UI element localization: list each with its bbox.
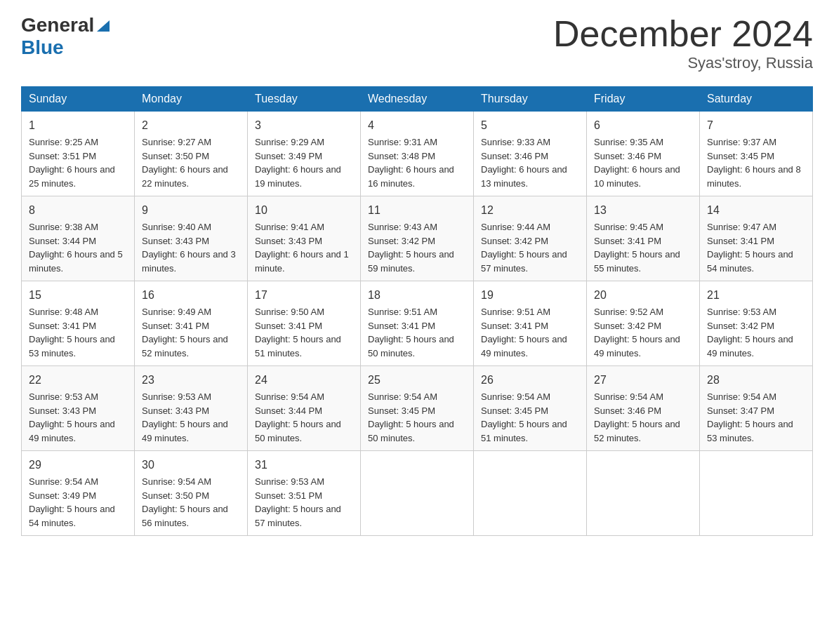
sunrise: Sunrise: 9:51 AM [368, 307, 437, 317]
day-number: 22 [29, 372, 127, 389]
sunrise: Sunrise: 9:52 AM [594, 307, 663, 317]
day-cell-19: 19Sunrise: 9:51 AMSunset: 3:41 PMDayligh… [474, 281, 587, 366]
day-number: 27 [594, 372, 692, 389]
sunrise: Sunrise: 9:54 AM [29, 476, 98, 487]
logo-blue-text: Blue [21, 36, 64, 58]
sunset: Sunset: 3:41 PM [142, 321, 209, 331]
day-cell-2: 2Sunrise: 9:27 AMSunset: 3:50 PMDaylight… [135, 112, 248, 196]
day-cell-21: 21Sunrise: 9:53 AMSunset: 3:42 PMDayligh… [700, 281, 813, 366]
day-number: 6 [594, 117, 692, 134]
sunset: Sunset: 3:45 PM [368, 405, 435, 416]
sunrise: Sunrise: 9:53 AM [255, 476, 324, 487]
week-row-3: 15Sunrise: 9:48 AMSunset: 3:41 PMDayligh… [22, 281, 813, 366]
day-cell-31: 31Sunrise: 9:53 AMSunset: 3:51 PMDayligh… [248, 451, 361, 536]
daylight: Daylight: 5 hours and 50 minutes. [255, 419, 341, 443]
daylight: Daylight: 6 hours and 1 minute. [255, 249, 349, 274]
day-number: 11 [368, 202, 466, 219]
daylight: Daylight: 5 hours and 51 minutes. [481, 419, 567, 443]
sunrise: Sunrise: 9:37 AM [707, 137, 776, 147]
daylight: Daylight: 5 hours and 57 minutes. [481, 249, 567, 274]
day-number: 18 [368, 287, 466, 304]
weekday-header-saturday: Saturday [700, 87, 813, 112]
svg-marker-0 [97, 20, 110, 32]
weekday-header-thursday: Thursday [474, 87, 587, 112]
day-cell-16: 16Sunrise: 9:49 AMSunset: 3:41 PMDayligh… [135, 281, 248, 366]
day-number: 23 [142, 372, 240, 389]
day-cell-10: 10Sunrise: 9:41 AMSunset: 3:43 PMDayligh… [248, 196, 361, 281]
sunset: Sunset: 3:43 PM [29, 405, 96, 416]
day-cell-25: 25Sunrise: 9:54 AMSunset: 3:45 PMDayligh… [361, 366, 474, 451]
day-number: 25 [368, 372, 466, 389]
sunset: Sunset: 3:47 PM [707, 405, 774, 416]
sunset: Sunset: 3:46 PM [594, 151, 661, 161]
daylight: Daylight: 5 hours and 53 minutes. [29, 334, 115, 358]
sunset: Sunset: 3:41 PM [707, 236, 774, 246]
sunset: Sunset: 3:50 PM [142, 490, 209, 501]
sunset: Sunset: 3:41 PM [29, 321, 96, 331]
week-row-5: 29Sunrise: 9:54 AMSunset: 3:49 PMDayligh… [22, 451, 813, 536]
day-number: 13 [594, 202, 692, 219]
sunrise: Sunrise: 9:49 AM [142, 307, 211, 317]
day-number: 21 [707, 287, 805, 304]
weekday-header-friday: Friday [587, 87, 700, 112]
sunrise: Sunrise: 9:54 AM [142, 476, 211, 487]
day-cell-14: 14Sunrise: 9:47 AMSunset: 3:41 PMDayligh… [700, 196, 813, 281]
sunset: Sunset: 3:50 PM [142, 151, 209, 161]
day-cell-28: 28Sunrise: 9:54 AMSunset: 3:47 PMDayligh… [700, 366, 813, 451]
day-number: 16 [142, 287, 240, 304]
page-header: General Blue December 2024 Syas'stroy, R… [21, 14, 813, 72]
day-cell-15: 15Sunrise: 9:48 AMSunset: 3:41 PMDayligh… [22, 281, 135, 366]
sunset: Sunset: 3:42 PM [481, 236, 548, 246]
daylight: Daylight: 5 hours and 56 minutes. [142, 504, 228, 528]
daylight: Daylight: 5 hours and 49 minutes. [594, 334, 680, 358]
sunset: Sunset: 3:41 PM [594, 236, 661, 246]
day-cell-7: 7Sunrise: 9:37 AMSunset: 3:45 PMDaylight… [700, 112, 813, 196]
day-number: 5 [481, 117, 579, 134]
sunset: Sunset: 3:44 PM [255, 405, 322, 416]
daylight: Daylight: 6 hours and 10 minutes. [594, 164, 680, 189]
sunrise: Sunrise: 9:53 AM [707, 307, 776, 317]
calendar-table: SundayMondayTuesdayWednesdayThursdayFrid… [21, 86, 813, 536]
day-cell-26: 26Sunrise: 9:54 AMSunset: 3:45 PMDayligh… [474, 366, 587, 451]
day-number: 30 [142, 457, 240, 474]
sunrise: Sunrise: 9:43 AM [368, 222, 437, 232]
sunrise: Sunrise: 9:50 AM [255, 307, 324, 317]
daylight: Daylight: 6 hours and 25 minutes. [29, 164, 115, 189]
sunrise: Sunrise: 9:38 AM [29, 222, 98, 232]
day-cell-18: 18Sunrise: 9:51 AMSunset: 3:41 PMDayligh… [361, 281, 474, 366]
sunset: Sunset: 3:45 PM [707, 151, 774, 161]
sunset: Sunset: 3:42 PM [707, 321, 774, 331]
daylight: Daylight: 6 hours and 22 minutes. [142, 164, 228, 189]
logo: General Blue [21, 14, 111, 59]
weekday-header-row: SundayMondayTuesdayWednesdayThursdayFrid… [22, 87, 813, 112]
day-number: 24 [255, 372, 353, 389]
daylight: Daylight: 5 hours and 57 minutes. [255, 504, 341, 528]
sunset: Sunset: 3:42 PM [368, 236, 435, 246]
weekday-header-monday: Monday [135, 87, 248, 112]
daylight: Daylight: 6 hours and 3 minutes. [142, 249, 236, 274]
daylight: Daylight: 5 hours and 53 minutes. [707, 419, 793, 443]
week-row-4: 22Sunrise: 9:53 AMSunset: 3:43 PMDayligh… [22, 366, 813, 451]
sunset: Sunset: 3:51 PM [255, 490, 322, 501]
sunrise: Sunrise: 9:25 AM [29, 137, 98, 147]
sunrise: Sunrise: 9:45 AM [594, 222, 663, 232]
daylight: Daylight: 5 hours and 59 minutes. [368, 249, 454, 274]
day-number: 29 [29, 457, 127, 474]
sunset: Sunset: 3:41 PM [368, 321, 435, 331]
day-cell-9: 9Sunrise: 9:40 AMSunset: 3:43 PMDaylight… [135, 196, 248, 281]
weekday-header-tuesday: Tuesday [248, 87, 361, 112]
day-number: 31 [255, 457, 353, 474]
day-number: 3 [255, 117, 353, 134]
day-number: 1 [29, 117, 127, 134]
daylight: Daylight: 5 hours and 49 minutes. [29, 419, 115, 443]
day-number: 20 [594, 287, 692, 304]
empty-cell [700, 451, 813, 536]
daylight: Daylight: 5 hours and 54 minutes. [707, 249, 793, 274]
sunrise: Sunrise: 9:54 AM [594, 391, 663, 402]
weekday-header-wednesday: Wednesday [361, 87, 474, 112]
sunset: Sunset: 3:48 PM [368, 151, 435, 161]
day-cell-8: 8Sunrise: 9:38 AMSunset: 3:44 PMDaylight… [22, 196, 135, 281]
day-cell-13: 13Sunrise: 9:45 AMSunset: 3:41 PMDayligh… [587, 196, 700, 281]
day-cell-11: 11Sunrise: 9:43 AMSunset: 3:42 PMDayligh… [361, 196, 474, 281]
sunrise: Sunrise: 9:54 AM [707, 391, 776, 402]
